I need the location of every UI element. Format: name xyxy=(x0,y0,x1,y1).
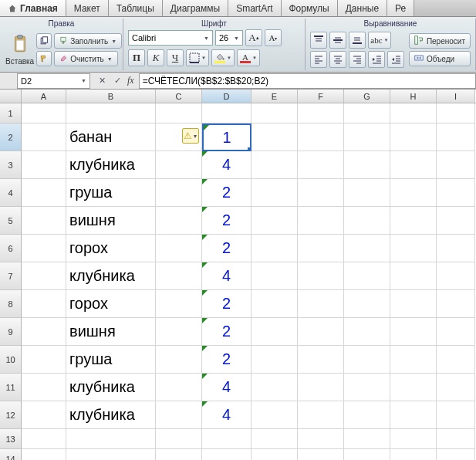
cell[interactable] xyxy=(156,103,202,123)
cell[interactable] xyxy=(298,179,344,207)
cell[interactable] xyxy=(344,262,390,290)
cell[interactable] xyxy=(298,151,344,179)
merge-button[interactable]: Объеди xyxy=(409,51,471,66)
cell[interactable] xyxy=(156,207,202,235)
cancel-formula-button[interactable]: ✕ xyxy=(95,74,109,88)
cell[interactable] xyxy=(22,262,66,290)
cell[interactable] xyxy=(22,401,66,429)
cell[interactable] xyxy=(252,151,298,179)
tab-more[interactable]: Ре xyxy=(387,0,414,16)
cell[interactable] xyxy=(298,346,344,374)
row-header[interactable]: 1 xyxy=(0,103,22,123)
fx-icon[interactable]: fx xyxy=(127,75,134,86)
cell[interactable] xyxy=(437,374,475,401)
row-header[interactable]: 6 xyxy=(0,235,22,262)
align-top-button[interactable] xyxy=(310,32,327,49)
cell[interactable] xyxy=(344,207,390,235)
cell[interactable] xyxy=(156,401,202,429)
cell[interactable]: 2 xyxy=(202,179,252,207)
col-header-b[interactable]: B xyxy=(66,90,156,103)
row-header[interactable]: 8 xyxy=(0,290,22,318)
cell[interactable] xyxy=(22,318,66,346)
cell[interactable] xyxy=(437,235,475,262)
cell[interactable] xyxy=(390,290,437,318)
formula-input[interactable]: =СЧЁТЕСЛИ($B$2:$B$20;B2) xyxy=(139,73,476,89)
cell[interactable] xyxy=(298,401,344,429)
cell[interactable]: вишня xyxy=(66,207,156,235)
cell[interactable] xyxy=(22,235,66,262)
cell[interactable] xyxy=(437,429,475,449)
cell[interactable] xyxy=(437,207,475,235)
cell[interactable] xyxy=(252,207,298,235)
cell[interactable] xyxy=(437,318,475,346)
col-header-c[interactable]: C xyxy=(156,90,202,103)
cell[interactable] xyxy=(252,449,298,460)
cell[interactable] xyxy=(390,103,437,123)
tab-data[interactable]: Данные xyxy=(338,0,387,16)
cell[interactable]: 4 xyxy=(202,401,252,429)
cell[interactable] xyxy=(437,262,475,290)
cell[interactable] xyxy=(344,318,390,346)
select-all-corner[interactable] xyxy=(0,90,22,103)
worksheet[interactable]: A B C D E F G H I 12банан1⚠▼3клубника44г… xyxy=(0,90,476,460)
align-right-button[interactable] xyxy=(349,51,366,68)
cell[interactable] xyxy=(22,179,66,207)
cell[interactable] xyxy=(22,449,66,460)
grow-font-button[interactable]: A▴ xyxy=(245,29,262,46)
cell[interactable] xyxy=(298,262,344,290)
error-smart-tag[interactable]: ⚠▼ xyxy=(182,128,199,144)
col-header-f[interactable]: F xyxy=(298,90,344,103)
cell[interactable] xyxy=(390,374,437,401)
tab-formulas[interactable]: Формулы xyxy=(282,0,338,16)
cell[interactable] xyxy=(252,262,298,290)
col-header-g[interactable]: G xyxy=(344,90,390,103)
decrease-indent-button[interactable] xyxy=(368,51,385,68)
col-header-e[interactable]: E xyxy=(252,90,298,103)
cell[interactable] xyxy=(390,207,437,235)
cell[interactable] xyxy=(22,151,66,179)
tab-tables[interactable]: Таблицы xyxy=(109,0,163,16)
row-header[interactable]: 9 xyxy=(0,318,22,346)
cell[interactable] xyxy=(344,449,390,460)
cell[interactable] xyxy=(344,103,390,123)
row-header[interactable]: 13 xyxy=(0,429,22,449)
fill-color-button[interactable]: ▼ xyxy=(211,49,235,66)
cell[interactable] xyxy=(390,429,437,449)
cell[interactable] xyxy=(390,123,437,151)
tab-home[interactable]: Главная xyxy=(0,0,66,16)
row-header[interactable]: 12 xyxy=(0,401,22,429)
cell[interactable] xyxy=(390,151,437,179)
col-header-i[interactable]: I xyxy=(437,90,475,103)
paste-button[interactable]: Вставка xyxy=(5,30,35,70)
cell[interactable] xyxy=(344,235,390,262)
cell[interactable]: 2 xyxy=(202,318,252,346)
cell[interactable] xyxy=(298,207,344,235)
cell[interactable] xyxy=(344,151,390,179)
cell[interactable] xyxy=(156,374,202,401)
cell[interactable]: 4 xyxy=(202,151,252,179)
cell[interactable] xyxy=(390,262,437,290)
font-name-select[interactable]: Calibri ▼ xyxy=(128,30,213,46)
cell[interactable]: 4 xyxy=(202,374,252,401)
cell[interactable] xyxy=(22,123,66,151)
cell[interactable] xyxy=(252,179,298,207)
cell[interactable] xyxy=(298,318,344,346)
cell[interactable] xyxy=(202,449,252,460)
cell[interactable] xyxy=(390,179,437,207)
cell[interactable] xyxy=(390,346,437,374)
cell[interactable]: 2 xyxy=(202,235,252,262)
accept-formula-button[interactable]: ✓ xyxy=(110,74,124,88)
align-middle-button[interactable] xyxy=(329,32,346,49)
cell[interactable] xyxy=(298,374,344,401)
cell[interactable]: груша xyxy=(66,346,156,374)
cell[interactable] xyxy=(344,290,390,318)
cell[interactable] xyxy=(252,429,298,449)
row-header[interactable]: 3 xyxy=(0,151,22,179)
cell[interactable] xyxy=(252,290,298,318)
cell[interactable] xyxy=(437,103,475,123)
cell[interactable] xyxy=(298,290,344,318)
cell[interactable] xyxy=(252,346,298,374)
cell[interactable] xyxy=(66,429,156,449)
cell[interactable]: 1⚠▼ xyxy=(202,123,252,151)
cell[interactable] xyxy=(390,235,437,262)
